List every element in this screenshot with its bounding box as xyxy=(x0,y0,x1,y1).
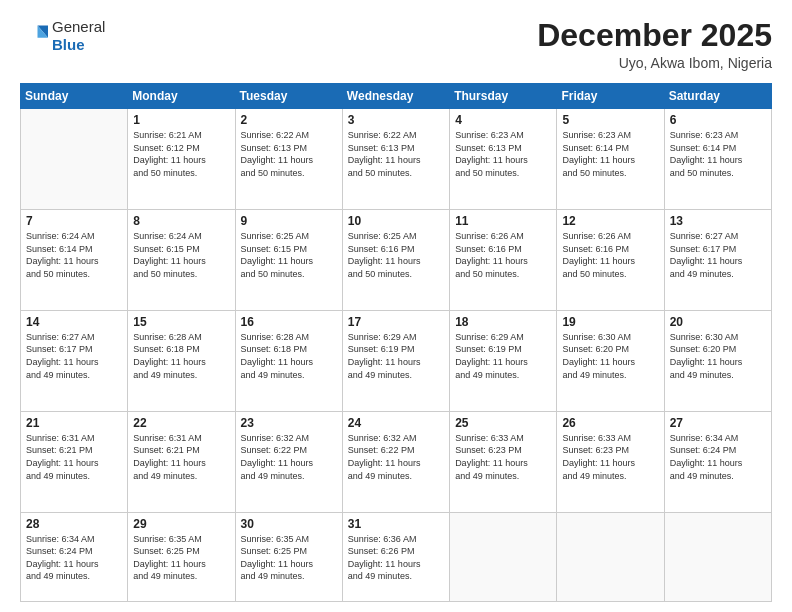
day-number: 7 xyxy=(26,214,122,228)
calendar-cell: 16Sunrise: 6:28 AM Sunset: 6:18 PM Dayli… xyxy=(235,310,342,411)
day-number: 13 xyxy=(670,214,766,228)
header: General Blue December 2025 Uyo, Akwa Ibo… xyxy=(20,18,772,71)
day-number: 29 xyxy=(133,517,229,531)
day-info: Sunrise: 6:23 AM Sunset: 6:13 PM Dayligh… xyxy=(455,129,551,179)
calendar-cell: 5Sunrise: 6:23 AM Sunset: 6:14 PM Daylig… xyxy=(557,109,664,210)
calendar-cell: 25Sunrise: 6:33 AM Sunset: 6:23 PM Dayli… xyxy=(450,411,557,512)
calendar-cell: 11Sunrise: 6:26 AM Sunset: 6:16 PM Dayli… xyxy=(450,210,557,311)
calendar-cell: 24Sunrise: 6:32 AM Sunset: 6:22 PM Dayli… xyxy=(342,411,449,512)
calendar-cell: 28Sunrise: 6:34 AM Sunset: 6:24 PM Dayli… xyxy=(21,512,128,601)
day-info: Sunrise: 6:36 AM Sunset: 6:26 PM Dayligh… xyxy=(348,533,444,583)
day-info: Sunrise: 6:27 AM Sunset: 6:17 PM Dayligh… xyxy=(670,230,766,280)
calendar-cell: 10Sunrise: 6:25 AM Sunset: 6:16 PM Dayli… xyxy=(342,210,449,311)
day-info: Sunrise: 6:25 AM Sunset: 6:16 PM Dayligh… xyxy=(348,230,444,280)
day-number: 2 xyxy=(241,113,337,127)
day-info: Sunrise: 6:30 AM Sunset: 6:20 PM Dayligh… xyxy=(670,331,766,381)
logo-text: General Blue xyxy=(52,18,105,54)
day-info: Sunrise: 6:26 AM Sunset: 6:16 PM Dayligh… xyxy=(455,230,551,280)
day-number: 9 xyxy=(241,214,337,228)
day-info: Sunrise: 6:22 AM Sunset: 6:13 PM Dayligh… xyxy=(241,129,337,179)
day-number: 1 xyxy=(133,113,229,127)
day-info: Sunrise: 6:33 AM Sunset: 6:23 PM Dayligh… xyxy=(562,432,658,482)
calendar-cell: 2Sunrise: 6:22 AM Sunset: 6:13 PM Daylig… xyxy=(235,109,342,210)
day-number: 31 xyxy=(348,517,444,531)
day-number: 22 xyxy=(133,416,229,430)
day-number: 21 xyxy=(26,416,122,430)
day-number: 20 xyxy=(670,315,766,329)
calendar-header-friday: Friday xyxy=(557,84,664,109)
day-info: Sunrise: 6:35 AM Sunset: 6:25 PM Dayligh… xyxy=(133,533,229,583)
day-number: 18 xyxy=(455,315,551,329)
calendar-cell: 13Sunrise: 6:27 AM Sunset: 6:17 PM Dayli… xyxy=(664,210,771,311)
day-info: Sunrise: 6:28 AM Sunset: 6:18 PM Dayligh… xyxy=(241,331,337,381)
day-info: Sunrise: 6:23 AM Sunset: 6:14 PM Dayligh… xyxy=(670,129,766,179)
calendar-cell: 12Sunrise: 6:26 AM Sunset: 6:16 PM Dayli… xyxy=(557,210,664,311)
calendar-cell: 31Sunrise: 6:36 AM Sunset: 6:26 PM Dayli… xyxy=(342,512,449,601)
day-info: Sunrise: 6:24 AM Sunset: 6:15 PM Dayligh… xyxy=(133,230,229,280)
day-number: 28 xyxy=(26,517,122,531)
month-title: December 2025 xyxy=(537,18,772,53)
day-number: 12 xyxy=(562,214,658,228)
day-info: Sunrise: 6:31 AM Sunset: 6:21 PM Dayligh… xyxy=(26,432,122,482)
day-number: 16 xyxy=(241,315,337,329)
day-info: Sunrise: 6:23 AM Sunset: 6:14 PM Dayligh… xyxy=(562,129,658,179)
day-info: Sunrise: 6:33 AM Sunset: 6:23 PM Dayligh… xyxy=(455,432,551,482)
day-info: Sunrise: 6:25 AM Sunset: 6:15 PM Dayligh… xyxy=(241,230,337,280)
day-number: 14 xyxy=(26,315,122,329)
day-info: Sunrise: 6:30 AM Sunset: 6:20 PM Dayligh… xyxy=(562,331,658,381)
calendar-cell: 19Sunrise: 6:30 AM Sunset: 6:20 PM Dayli… xyxy=(557,310,664,411)
day-info: Sunrise: 6:34 AM Sunset: 6:24 PM Dayligh… xyxy=(26,533,122,583)
logo-icon xyxy=(20,22,48,50)
calendar-header-saturday: Saturday xyxy=(664,84,771,109)
location: Uyo, Akwa Ibom, Nigeria xyxy=(537,55,772,71)
calendar-header-row: SundayMondayTuesdayWednesdayThursdayFrid… xyxy=(21,84,772,109)
calendar-header-monday: Monday xyxy=(128,84,235,109)
day-number: 23 xyxy=(241,416,337,430)
calendar-cell xyxy=(664,512,771,601)
day-number: 3 xyxy=(348,113,444,127)
calendar-cell: 27Sunrise: 6:34 AM Sunset: 6:24 PM Dayli… xyxy=(664,411,771,512)
calendar-cell: 8Sunrise: 6:24 AM Sunset: 6:15 PM Daylig… xyxy=(128,210,235,311)
calendar-cell: 14Sunrise: 6:27 AM Sunset: 6:17 PM Dayli… xyxy=(21,310,128,411)
day-info: Sunrise: 6:29 AM Sunset: 6:19 PM Dayligh… xyxy=(348,331,444,381)
calendar-week-1: 1Sunrise: 6:21 AM Sunset: 6:12 PM Daylig… xyxy=(21,109,772,210)
calendar-cell: 17Sunrise: 6:29 AM Sunset: 6:19 PM Dayli… xyxy=(342,310,449,411)
day-info: Sunrise: 6:24 AM Sunset: 6:14 PM Dayligh… xyxy=(26,230,122,280)
day-info: Sunrise: 6:35 AM Sunset: 6:25 PM Dayligh… xyxy=(241,533,337,583)
day-number: 5 xyxy=(562,113,658,127)
day-number: 19 xyxy=(562,315,658,329)
calendar-cell xyxy=(450,512,557,601)
calendar-week-5: 28Sunrise: 6:34 AM Sunset: 6:24 PM Dayli… xyxy=(21,512,772,601)
calendar-cell: 18Sunrise: 6:29 AM Sunset: 6:19 PM Dayli… xyxy=(450,310,557,411)
day-info: Sunrise: 6:26 AM Sunset: 6:16 PM Dayligh… xyxy=(562,230,658,280)
calendar-cell xyxy=(557,512,664,601)
calendar-cell: 20Sunrise: 6:30 AM Sunset: 6:20 PM Dayli… xyxy=(664,310,771,411)
day-number: 6 xyxy=(670,113,766,127)
calendar-cell: 26Sunrise: 6:33 AM Sunset: 6:23 PM Dayli… xyxy=(557,411,664,512)
day-info: Sunrise: 6:27 AM Sunset: 6:17 PM Dayligh… xyxy=(26,331,122,381)
calendar-cell xyxy=(21,109,128,210)
day-number: 24 xyxy=(348,416,444,430)
calendar-header-wednesday: Wednesday xyxy=(342,84,449,109)
calendar-header-sunday: Sunday xyxy=(21,84,128,109)
calendar-week-4: 21Sunrise: 6:31 AM Sunset: 6:21 PM Dayli… xyxy=(21,411,772,512)
calendar-cell: 3Sunrise: 6:22 AM Sunset: 6:13 PM Daylig… xyxy=(342,109,449,210)
day-number: 11 xyxy=(455,214,551,228)
calendar-cell: 7Sunrise: 6:24 AM Sunset: 6:14 PM Daylig… xyxy=(21,210,128,311)
calendar-week-2: 7Sunrise: 6:24 AM Sunset: 6:14 PM Daylig… xyxy=(21,210,772,311)
day-info: Sunrise: 6:34 AM Sunset: 6:24 PM Dayligh… xyxy=(670,432,766,482)
calendar-week-3: 14Sunrise: 6:27 AM Sunset: 6:17 PM Dayli… xyxy=(21,310,772,411)
day-info: Sunrise: 6:29 AM Sunset: 6:19 PM Dayligh… xyxy=(455,331,551,381)
calendar-cell: 6Sunrise: 6:23 AM Sunset: 6:14 PM Daylig… xyxy=(664,109,771,210)
calendar-cell: 30Sunrise: 6:35 AM Sunset: 6:25 PM Dayli… xyxy=(235,512,342,601)
day-number: 27 xyxy=(670,416,766,430)
day-number: 30 xyxy=(241,517,337,531)
calendar-header-thursday: Thursday xyxy=(450,84,557,109)
day-info: Sunrise: 6:28 AM Sunset: 6:18 PM Dayligh… xyxy=(133,331,229,381)
day-info: Sunrise: 6:32 AM Sunset: 6:22 PM Dayligh… xyxy=(348,432,444,482)
day-info: Sunrise: 6:32 AM Sunset: 6:22 PM Dayligh… xyxy=(241,432,337,482)
day-info: Sunrise: 6:31 AM Sunset: 6:21 PM Dayligh… xyxy=(133,432,229,482)
day-number: 10 xyxy=(348,214,444,228)
calendar-cell: 29Sunrise: 6:35 AM Sunset: 6:25 PM Dayli… xyxy=(128,512,235,601)
day-info: Sunrise: 6:21 AM Sunset: 6:12 PM Dayligh… xyxy=(133,129,229,179)
